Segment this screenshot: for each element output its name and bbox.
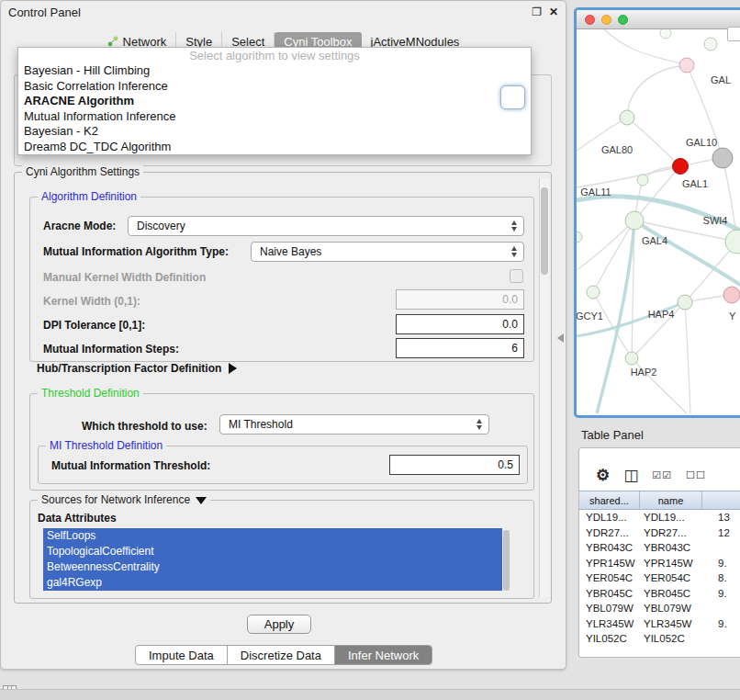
cell: YER054C	[640, 572, 702, 583]
focused-spinner-button[interactable]	[500, 85, 525, 109]
network-scroll-corner[interactable]	[727, 27, 740, 41]
table-row[interactable]: YDR27...YDR27...12	[579, 525, 740, 541]
minimize-window-button[interactable]	[601, 15, 611, 25]
which-threshold-select[interactable]: MI Threshold	[219, 414, 489, 435]
tab-discretize-data[interactable]: Discretize Data	[228, 646, 335, 664]
network-node[interactable]	[725, 230, 740, 254]
float-window-icon[interactable]: ❐	[532, 6, 542, 17]
sources-group: Sources for Network Inference Data Attri…	[29, 500, 534, 599]
select-all-checks-icon[interactable]: ☑☑	[652, 469, 672, 481]
attribute-item[interactable]: TopologicalCoefficient	[43, 544, 502, 559]
dropdown-item[interactable]: Mutual Information Inference	[18, 108, 531, 124]
chevron-updown-icon	[511, 246, 517, 257]
settings-scrollbar[interactable]	[539, 178, 549, 597]
cell: 12	[702, 527, 740, 538]
table-row[interactable]: YDL19...YDL19...13	[579, 510, 740, 525]
mi-algorithm-type-select[interactable]: Naive Bayes	[251, 242, 524, 262]
node-hap2[interactable]	[625, 352, 638, 365]
dpi-tolerance-input[interactable]	[396, 314, 524, 334]
column-header[interactable]	[702, 491, 740, 509]
dropdown-item[interactable]: Dream8 DC_TDC Algorithm	[18, 139, 531, 154]
close-window-button[interactable]	[585, 15, 595, 25]
table-row[interactable]: YPR145WYPR145W9.	[579, 556, 740, 571]
chevron-updown-icon	[477, 419, 482, 430]
node-label: SWI4	[703, 215, 728, 226]
network-node-pink[interactable]	[723, 287, 740, 303]
node-gal10-red[interactable]	[673, 159, 689, 175]
algorithm-dropdown-popup: Select algorithm to view settings Bayesi…	[17, 47, 532, 155]
apply-button[interactable]: Apply	[247, 615, 311, 634]
expand-right-icon	[229, 363, 237, 374]
network-node-pink[interactable]	[679, 58, 694, 73]
cell: YBR043C	[640, 542, 702, 553]
column-header[interactable]: shared...	[579, 491, 640, 509]
attribute-item[interactable]: BetweennessCentrality	[43, 559, 502, 575]
columns-icon[interactable]: ◫	[623, 466, 638, 485]
scrollbar-thumb[interactable]	[541, 187, 548, 275]
node-label: HAP4	[648, 309, 675, 320]
panel-title: Control Panel	[8, 6, 81, 19]
aracne-mode-label: Aracne Mode:	[43, 220, 116, 232]
threshold-definition-group: Threshold Definition Which threshold to …	[29, 393, 534, 491]
table-row[interactable]: YBR045CYBR045C9.	[579, 586, 740, 602]
network-node-gray[interactable]	[712, 148, 733, 168]
mi-steps-input[interactable]	[396, 338, 524, 358]
table-row[interactable]: YIL052CYIL052C	[579, 631, 740, 647]
network-canvas[interactable]: GAL80 GAL10 GAL11 GAL1 SWI4 GAL4 GCY1 HA…	[577, 29, 740, 415]
mi-type-label: Mutual Information Algorithm Type:	[43, 245, 229, 258]
hub-definition-label: Hub/Transcription Factor Definition	[37, 362, 221, 375]
node-label: HAP2	[631, 367, 657, 378]
hub-definition-expander[interactable]: Hub/Transcription Factor Definition	[37, 362, 237, 375]
splitter-collapse-icon[interactable]	[557, 333, 564, 343]
table-row[interactable]: YBR043CYBR043C	[579, 540, 740, 556]
cell: YDR27...	[640, 527, 702, 538]
cell: YDL19...	[579, 512, 640, 523]
kernel-width-input	[396, 289, 524, 310]
cell: 9.	[702, 588, 740, 599]
table-row[interactable]: YBL079WYBL079W	[579, 601, 740, 616]
data-attributes-label: Data Attributes	[38, 512, 117, 525]
dropdown-item[interactable]: Bayesian - Hill Climbing	[18, 63, 531, 79]
node-gal4[interactable]	[625, 211, 644, 230]
network-node[interactable]	[660, 29, 671, 39]
table-row[interactable]: YER054CYER054C8.	[579, 570, 740, 586]
column-header[interactable]: name	[640, 491, 702, 509]
mi-threshold-input[interactable]	[389, 455, 520, 475]
list-scrollbar[interactable]	[502, 528, 510, 593]
aracne-mode-select[interactable]: Discovery	[128, 216, 524, 236]
network-tab-icon	[107, 36, 118, 47]
sources-expander[interactable]: Sources for Network Inference	[38, 493, 210, 506]
gear-icon[interactable]: ⚙	[596, 466, 610, 485]
which-threshold-label: Which threshold to use:	[82, 420, 207, 433]
kernel-width-label: Kernel Width (0,1):	[43, 295, 140, 308]
group-title: MI Threshold Definition	[46, 439, 166, 452]
dropdown-item-selected[interactable]: ARACNE Algorithm	[18, 94, 531, 109]
clear-checks-icon[interactable]: ☐☐	[686, 469, 706, 481]
network-node[interactable]	[704, 38, 717, 51]
node-gcy1[interactable]	[587, 286, 600, 299]
table-row[interactable]: YLR345WYLR345W9.	[579, 616, 740, 632]
zoom-window-button[interactable]	[618, 15, 628, 25]
cell: 9.	[702, 618, 740, 629]
network-node[interactable]	[577, 231, 582, 243]
scrollbar-thumb[interactable]	[503, 530, 510, 591]
dpi-tolerance-label: DPI Tolerance [0,1]:	[43, 319, 145, 332]
node-hap4[interactable]	[678, 295, 692, 310]
close-panel-icon[interactable]: ✕	[549, 6, 558, 17]
network-node[interactable]	[637, 175, 648, 186]
tab-impute-data[interactable]: Impute Data	[136, 646, 228, 664]
mi-threshold-definition-group: MI Threshold Definition Mutual Informati…	[38, 446, 528, 484]
tab-infer-network[interactable]: Infer Network	[335, 646, 432, 664]
attribute-item[interactable]: SelfLoops	[43, 528, 502, 544]
cell: YBR043C	[579, 542, 640, 553]
node-gal80[interactable]	[620, 110, 634, 125]
attribute-item[interactable]: gal4RGexp	[43, 575, 502, 591]
aracne-mode-value: Discovery	[137, 220, 185, 232]
node-label: GAL4	[642, 235, 667, 246]
cyni-algorithm-settings-group: Cyni Algorithm Settings Algorithm Defini…	[14, 172, 552, 604]
dropdown-item[interactable]: Basic Correlation Inference	[18, 78, 531, 94]
dropdown-item[interactable]: Bayesian - K2	[18, 124, 531, 140]
cell: YER054C	[579, 572, 640, 583]
cell: YDR27...	[579, 527, 640, 538]
cell: YIL052C	[640, 633, 702, 644]
